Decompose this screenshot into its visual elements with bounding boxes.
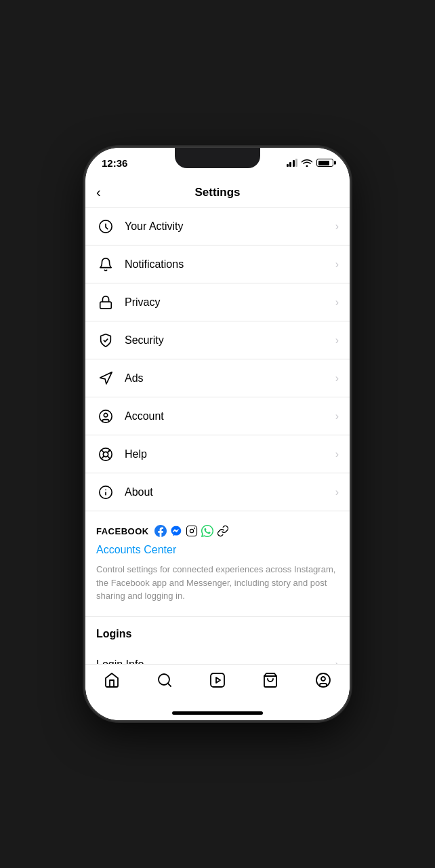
accounts-description: Control settings for connected experienc…	[96, 563, 339, 603]
notifications-icon	[96, 255, 115, 274]
login-info-label: Login Info	[96, 658, 335, 664]
settings-list: Your Activity › Notifications ›	[85, 208, 350, 511]
security-label: Security	[125, 334, 335, 347]
chevron-icon: ›	[335, 658, 339, 664]
home-indicator	[172, 711, 263, 715]
about-icon	[96, 483, 115, 502]
svg-line-6	[108, 456, 110, 458]
login-info-item[interactable]: Login Info ›	[96, 648, 339, 665]
svg-point-22	[321, 677, 325, 681]
svg-point-21	[316, 673, 330, 687]
svg-line-17	[168, 684, 171, 686]
chevron-icon: ›	[335, 296, 339, 309]
profile-icon	[314, 671, 332, 689]
messenger-icon	[170, 525, 182, 537]
chevron-icon: ›	[335, 448, 339, 460]
account-icon	[96, 407, 115, 426]
ads-label: Ads	[125, 372, 335, 384]
help-icon	[96, 445, 115, 464]
home-icon	[103, 671, 121, 689]
settings-item-security[interactable]: Security ›	[85, 321, 350, 359]
chevron-icon: ›	[335, 258, 339, 271]
settings-item-notifications[interactable]: Notifications ›	[85, 245, 350, 283]
svg-line-8	[108, 450, 110, 452]
wifi-icon	[302, 159, 312, 167]
activity-icon	[96, 217, 115, 236]
settings-item-about[interactable]: About ›	[85, 473, 350, 511]
tab-search[interactable]	[148, 671, 182, 689]
chevron-icon: ›	[335, 220, 339, 233]
whatsapp-icon	[201, 525, 213, 537]
back-button[interactable]: ‹	[96, 184, 101, 200]
chevron-icon: ›	[335, 334, 339, 347]
signal-bars	[287, 159, 298, 167]
chevron-icon: ›	[335, 410, 339, 422]
status-icons	[287, 159, 334, 167]
fb-social-icons	[154, 525, 229, 537]
nav-header: ‹ Settings	[85, 178, 350, 208]
svg-rect-13	[186, 526, 196, 536]
logins-title: Logins	[96, 628, 339, 640]
notifications-label: Notifications	[125, 258, 335, 271]
about-label: About	[125, 486, 335, 498]
chevron-icon: ›	[335, 372, 339, 384]
status-bar: 12:36	[85, 148, 350, 178]
settings-item-account[interactable]: Account ›	[85, 397, 350, 435]
settings-item-help[interactable]: Help ›	[85, 435, 350, 473]
facebook-header: FACEBOOK	[96, 525, 339, 537]
instagram-icon	[186, 525, 198, 537]
notch	[175, 148, 260, 168]
privacy-icon	[96, 293, 115, 312]
reels-icon	[209, 671, 226, 689]
svg-point-2	[104, 413, 108, 417]
accounts-center-link[interactable]: Accounts Center	[96, 544, 339, 556]
phone-frame: 12:36 ‹ S	[85, 148, 350, 720]
privacy-label: Privacy	[125, 296, 335, 309]
shop-icon	[262, 671, 279, 689]
screen: 12:36 ‹ S	[85, 148, 350, 720]
facebook-icon	[154, 525, 167, 537]
ads-icon	[96, 369, 115, 388]
battery-icon	[316, 159, 333, 167]
logins-section: Logins Login Info ›	[85, 617, 350, 665]
tab-shop[interactable]	[253, 671, 287, 689]
settings-item-ads[interactable]: Ads ›	[85, 359, 350, 397]
chevron-icon: ›	[335, 486, 339, 498]
status-time: 12:36	[102, 157, 127, 169]
settings-item-your-activity[interactable]: Your Activity ›	[85, 208, 350, 245]
svg-line-5	[102, 450, 104, 452]
svg-point-15	[194, 528, 194, 529]
svg-point-14	[190, 529, 193, 532]
tab-home[interactable]	[95, 671, 129, 689]
battery-fill	[318, 161, 329, 165]
search-icon	[156, 671, 173, 689]
settings-item-privacy[interactable]: Privacy ›	[85, 283, 350, 321]
help-label: Help	[125, 448, 335, 460]
page-title: Settings	[194, 186, 240, 199]
tab-profile[interactable]	[306, 671, 340, 689]
your-activity-label: Your Activity	[125, 220, 335, 233]
facebook-label: FACEBOOK	[96, 526, 149, 536]
account-label: Account	[125, 410, 335, 422]
facebook-section: FACEBOOK	[85, 511, 350, 617]
svg-rect-0	[100, 302, 112, 309]
security-icon	[96, 331, 115, 350]
svg-rect-18	[211, 673, 224, 687]
svg-marker-19	[216, 677, 220, 683]
tab-reels[interactable]	[201, 671, 234, 689]
svg-line-9	[102, 456, 104, 458]
link-icon	[217, 525, 229, 537]
svg-point-1	[100, 410, 112, 422]
settings-content: Your Activity › Notifications ›	[85, 208, 350, 664]
